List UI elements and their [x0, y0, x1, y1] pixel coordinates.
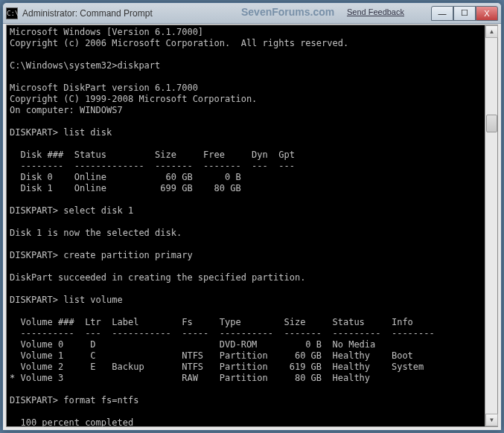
- minimize-button[interactable]: —: [431, 6, 453, 21]
- line: DISKPART> create partition primary: [10, 250, 193, 260]
- line: -------- ------------- ------- ------- -…: [10, 161, 295, 171]
- line: DiskPart succeeded in creating the speci…: [10, 272, 305, 283]
- scroll-up-button[interactable]: ▲: [485, 25, 498, 38]
- line: C:\Windows\system32>diskpart: [10, 60, 160, 71]
- scroll-thumb[interactable]: [486, 115, 497, 132]
- line: Microsoft Windows [Version 6.1.7000]: [10, 27, 203, 37]
- line: Disk 0 Online 60 GB 0 B: [10, 172, 241, 182]
- titlebar[interactable]: C:\ Administrator: Command Prompt SevenF…: [3, 3, 501, 24]
- line: * Volume 3 RAW Partition 80 GB Healthy: [10, 373, 370, 383]
- line: DISKPART> list disk: [10, 127, 112, 138]
- line: Volume 1 C NTFS Partition 60 GB Healthy …: [10, 350, 413, 361]
- scroll-down-button[interactable]: ▼: [485, 414, 498, 426]
- line: Volume 0 D DVD-ROM 0 B No Media: [10, 339, 375, 350]
- console-window: C:\ Administrator: Command Prompt SevenF…: [2, 2, 502, 431]
- line: Microsoft DiskPart version 6.1.7000: [10, 83, 198, 93]
- window-title: Administrator: Command Prompt: [22, 8, 153, 19]
- line: Disk 1 is now the selected disk.: [10, 228, 182, 238]
- terminal-output[interactable]: Microsoft Windows [Version 6.1.7000] Cop…: [7, 25, 485, 426]
- maximize-button[interactable]: ☐: [453, 6, 476, 21]
- line: Copyright (C) 1999-2008 Microsoft Corpor…: [10, 94, 257, 104]
- line: On computer: WINDOWS7: [10, 105, 123, 115]
- line: Disk ### Status Size Free Dyn Gpt: [10, 150, 295, 160]
- terminal-container: Microsoft Windows [Version 6.1.7000] Cop…: [6, 25, 498, 427]
- line: DISKPART> select disk 1: [10, 205, 133, 216]
- line: ---------- --- ----------- ----- -------…: [10, 328, 435, 339]
- cmd-icon: C:\: [6, 7, 18, 19]
- line: Disk 1 Online 699 GB 80 GB: [10, 183, 241, 193]
- scrollbar[interactable]: ▲ ▼: [485, 25, 497, 426]
- send-feedback-link[interactable]: Send Feedback: [347, 7, 404, 16]
- close-button[interactable]: X: [476, 6, 498, 21]
- line: Volume 2 E Backup NTFS Partition 619 GB …: [10, 362, 424, 372]
- line: Copyright (c) 2006 Microsoft Corporation…: [10, 38, 348, 48]
- line: DISKPART> format fs=ntfs: [10, 395, 138, 405]
- line: DISKPART> list volume: [10, 295, 123, 305]
- line: Volume ### Ltr Label Fs Type Size Status…: [10, 317, 413, 327]
- line: 100 percent completed: [10, 417, 133, 426]
- watermark: SevenForums.com: [241, 6, 334, 18]
